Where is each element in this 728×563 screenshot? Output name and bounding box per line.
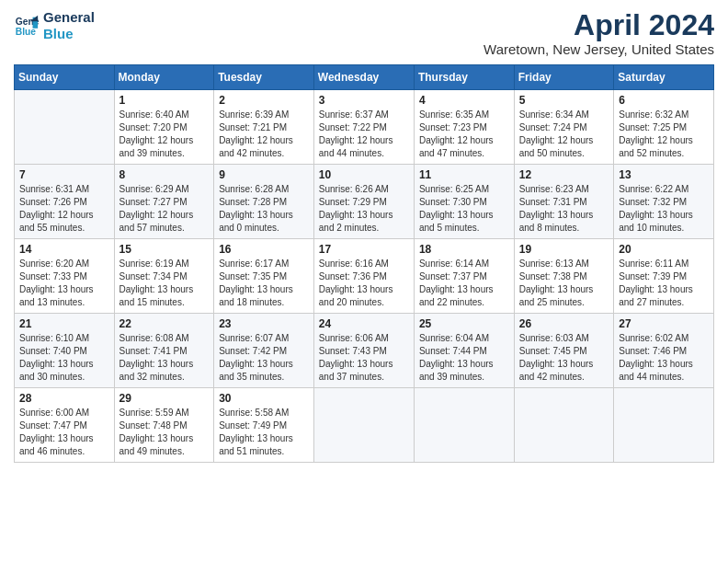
calendar-week-row: 14Sunrise: 6:20 AMSunset: 7:33 PMDayligh… [15, 239, 714, 314]
calendar-cell: 21Sunrise: 6:10 AMSunset: 7:40 PMDayligh… [15, 314, 115, 388]
day-number: 30 [219, 392, 309, 405]
calendar-cell: 28Sunrise: 6:00 AMSunset: 7:47 PMDayligh… [15, 388, 115, 463]
calendar-cell [15, 90, 115, 165]
calendar-cell: 5Sunrise: 6:34 AMSunset: 7:24 PMDaylight… [514, 90, 613, 165]
calendar-cell: 10Sunrise: 6:26 AMSunset: 7:29 PMDayligh… [313, 165, 414, 239]
day-number: 7 [19, 168, 109, 181]
day-number: 15 [119, 243, 210, 256]
day-number: 11 [419, 168, 509, 181]
day-detail: Sunrise: 6:31 AMSunset: 7:26 PMDaylight:… [19, 183, 109, 235]
calendar-day-header: Thursday [414, 65, 514, 90]
day-detail: Sunrise: 6:07 AMSunset: 7:42 PMDaylight:… [219, 332, 309, 384]
calendar-cell: 14Sunrise: 6:20 AMSunset: 7:33 PMDayligh… [15, 239, 115, 314]
calendar-day-header: Saturday [614, 65, 714, 90]
calendar-day-header: Tuesday [214, 65, 314, 90]
calendar-cell: 2Sunrise: 6:39 AMSunset: 7:21 PMDaylight… [214, 90, 314, 165]
day-number: 16 [219, 243, 309, 256]
calendar-cell: 25Sunrise: 6:04 AMSunset: 7:44 PMDayligh… [414, 314, 514, 388]
calendar-cell: 1Sunrise: 6:40 AMSunset: 7:20 PMDaylight… [114, 90, 214, 165]
day-detail: Sunrise: 6:37 AMSunset: 7:22 PMDaylight:… [319, 109, 409, 160]
calendar-cell: 12Sunrise: 6:23 AMSunset: 7:31 PMDayligh… [514, 165, 613, 239]
day-number: 1 [119, 94, 210, 107]
day-number: 6 [619, 94, 709, 107]
calendar-cell: 4Sunrise: 6:35 AMSunset: 7:23 PMDaylight… [414, 90, 514, 165]
calendar-cell [614, 388, 714, 463]
calendar-cell: 26Sunrise: 6:03 AMSunset: 7:45 PMDayligh… [514, 314, 613, 388]
day-number: 26 [519, 317, 609, 330]
day-number: 17 [319, 243, 409, 256]
calendar-header-row: SundayMondayTuesdayWednesdayThursdayFrid… [15, 65, 714, 90]
calendar-week-row: 7Sunrise: 6:31 AMSunset: 7:26 PMDaylight… [15, 165, 714, 239]
day-detail: Sunrise: 6:04 AMSunset: 7:44 PMDaylight:… [419, 332, 509, 384]
day-number: 29 [119, 392, 210, 405]
day-detail: Sunrise: 6:29 AMSunset: 7:27 PMDaylight:… [119, 183, 210, 235]
day-detail: Sunrise: 6:13 AMSunset: 7:38 PMDaylight:… [519, 258, 609, 309]
day-detail: Sunrise: 6:02 AMSunset: 7:46 PMDaylight:… [619, 332, 709, 384]
day-detail: Sunrise: 6:32 AMSunset: 7:25 PMDaylight:… [619, 109, 709, 160]
calendar-cell: 23Sunrise: 6:07 AMSunset: 7:42 PMDayligh… [214, 314, 314, 388]
calendar-day-header: Sunday [15, 65, 115, 90]
page-subtitle: Waretown, New Jersey, United States [483, 41, 714, 57]
day-detail: Sunrise: 6:25 AMSunset: 7:30 PMDaylight:… [419, 183, 509, 235]
logo: General Blue General Blue [14, 9, 95, 42]
calendar-cell: 19Sunrise: 6:13 AMSunset: 7:38 PMDayligh… [514, 239, 613, 314]
day-detail: Sunrise: 6:39 AMSunset: 7:21 PMDaylight:… [219, 109, 309, 160]
day-detail: Sunrise: 6:16 AMSunset: 7:36 PMDaylight:… [319, 258, 409, 309]
calendar-cell: 9Sunrise: 6:28 AMSunset: 7:28 PMDaylight… [214, 165, 314, 239]
page-title: April 2024 [483, 9, 714, 41]
day-detail: Sunrise: 6:19 AMSunset: 7:34 PMDaylight:… [119, 258, 210, 309]
day-number: 13 [619, 168, 709, 181]
calendar-cell: 16Sunrise: 6:17 AMSunset: 7:35 PMDayligh… [214, 239, 314, 314]
calendar-week-row: 21Sunrise: 6:10 AMSunset: 7:40 PMDayligh… [15, 314, 714, 388]
calendar-cell: 24Sunrise: 6:06 AMSunset: 7:43 PMDayligh… [313, 314, 414, 388]
day-number: 4 [419, 94, 509, 107]
day-number: 20 [619, 243, 709, 256]
day-number: 9 [219, 168, 309, 181]
day-number: 12 [519, 168, 609, 181]
day-number: 18 [419, 243, 509, 256]
calendar-week-row: 1Sunrise: 6:40 AMSunset: 7:20 PMDaylight… [15, 90, 714, 165]
calendar-cell: 20Sunrise: 6:11 AMSunset: 7:39 PMDayligh… [614, 239, 714, 314]
day-detail: Sunrise: 6:14 AMSunset: 7:37 PMDaylight:… [419, 258, 509, 309]
calendar-cell: 6Sunrise: 6:32 AMSunset: 7:25 PMDaylight… [614, 90, 714, 165]
calendar-day-header: Monday [114, 65, 214, 90]
day-detail: Sunrise: 6:08 AMSunset: 7:41 PMDaylight:… [119, 332, 210, 384]
day-number: 3 [319, 94, 409, 107]
calendar-cell [313, 388, 414, 463]
day-number: 5 [519, 94, 609, 107]
day-detail: Sunrise: 6:03 AMSunset: 7:45 PMDaylight:… [519, 332, 609, 384]
title-block: April 2024 Waretown, New Jersey, United … [483, 9, 714, 57]
day-number: 22 [119, 317, 210, 330]
day-detail: Sunrise: 6:11 AMSunset: 7:39 PMDaylight:… [619, 258, 709, 309]
calendar-cell: 18Sunrise: 6:14 AMSunset: 7:37 PMDayligh… [414, 239, 514, 314]
day-number: 25 [419, 317, 509, 330]
day-detail: Sunrise: 6:06 AMSunset: 7:43 PMDaylight:… [319, 332, 409, 384]
svg-text:Blue: Blue [16, 27, 37, 37]
day-number: 23 [219, 317, 309, 330]
calendar-cell: 13Sunrise: 6:22 AMSunset: 7:32 PMDayligh… [614, 165, 714, 239]
calendar-cell: 29Sunrise: 5:59 AMSunset: 7:48 PMDayligh… [114, 388, 214, 463]
day-detail: Sunrise: 6:22 AMSunset: 7:32 PMDaylight:… [619, 183, 709, 235]
calendar-table: SundayMondayTuesdayWednesdayThursdayFrid… [14, 64, 714, 463]
day-detail: Sunrise: 5:59 AMSunset: 7:48 PMDaylight:… [119, 407, 210, 458]
calendar-cell: 8Sunrise: 6:29 AMSunset: 7:27 PMDaylight… [114, 165, 214, 239]
day-detail: Sunrise: 6:35 AMSunset: 7:23 PMDaylight:… [419, 109, 509, 160]
page-header: General Blue General Blue April 2024 War… [14, 9, 714, 57]
day-number: 24 [319, 317, 409, 330]
calendar-week-row: 28Sunrise: 6:00 AMSunset: 7:47 PMDayligh… [15, 388, 714, 463]
calendar-cell: 22Sunrise: 6:08 AMSunset: 7:41 PMDayligh… [114, 314, 214, 388]
calendar-day-header: Friday [514, 65, 613, 90]
calendar-cell: 15Sunrise: 6:19 AMSunset: 7:34 PMDayligh… [114, 239, 214, 314]
day-detail: Sunrise: 6:34 AMSunset: 7:24 PMDaylight:… [519, 109, 609, 160]
calendar-cell: 11Sunrise: 6:25 AMSunset: 7:30 PMDayligh… [414, 165, 514, 239]
day-detail: Sunrise: 6:26 AMSunset: 7:29 PMDaylight:… [319, 183, 409, 235]
calendar-cell: 30Sunrise: 5:58 AMSunset: 7:49 PMDayligh… [214, 388, 314, 463]
day-detail: Sunrise: 6:20 AMSunset: 7:33 PMDaylight:… [19, 258, 109, 309]
logo-text: General Blue [43, 9, 95, 42]
day-detail: Sunrise: 5:58 AMSunset: 7:49 PMDaylight:… [219, 407, 309, 458]
day-detail: Sunrise: 6:00 AMSunset: 7:47 PMDaylight:… [19, 407, 109, 458]
calendar-day-header: Wednesday [313, 65, 414, 90]
day-detail: Sunrise: 6:40 AMSunset: 7:20 PMDaylight:… [119, 109, 210, 160]
logo-icon: General Blue [14, 13, 40, 39]
calendar-cell: 17Sunrise: 6:16 AMSunset: 7:36 PMDayligh… [313, 239, 414, 314]
